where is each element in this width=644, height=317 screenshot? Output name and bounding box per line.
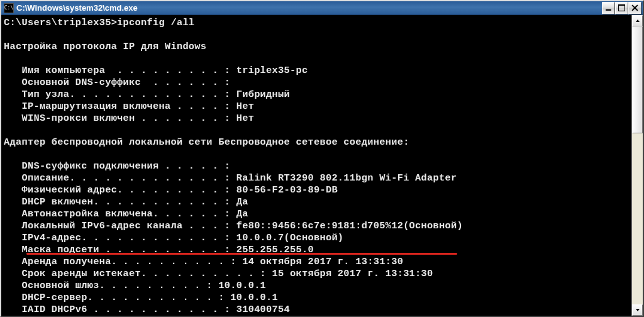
terminal-line: Срок аренды истекает. . . . . . . . . . … — [4, 268, 631, 280]
svg-rect-2 — [618, 4, 625, 6]
svg-rect-0 — [606, 9, 611, 11]
terminal-line: DHCP включен. . . . . . . . . . . : Да — [4, 196, 631, 208]
terminal-line: Настройка протокола IP для Windows — [4, 41, 631, 53]
terminal-line: DHCP-сервер. . . . . . . . . . . : 10.0.… — [4, 292, 631, 304]
window-title: C:\Windows\system32\cmd.exe — [16, 3, 602, 13]
terminal-line: Имя компьютера . . . . . . . . . : tripl… — [4, 65, 631, 77]
terminal-output[interactable]: C:\Users\triplex35>ipconfig /all Настрой… — [1, 15, 631, 316]
terminal-line: Основной DNS-суффикс . . . . . . : — [4, 77, 631, 89]
terminal-line: Локальный IPv6-адрес канала . . . : fe80… — [4, 220, 631, 232]
terminal-line: Физический адрес. . . . . . . . . : 80-5… — [4, 184, 631, 196]
terminal-line: C:\Users\triplex35>ipconfig /all — [4, 17, 631, 29]
minimize-button[interactable] — [602, 2, 615, 14]
terminal-area: C:\Users\triplex35>ipconfig /all Настрой… — [1, 15, 643, 316]
scroll-down-button[interactable] — [632, 304, 643, 316]
terminal-line — [4, 53, 631, 65]
close-button[interactable] — [628, 2, 641, 14]
chevron-down-icon — [635, 308, 640, 313]
vertical-scrollbar — [631, 15, 643, 316]
terminal-line: Тип узла. . . . . . . . . . . . . : Гибр… — [4, 89, 631, 101]
terminal-line: IP-маршрутизация включена . . . . : Нет — [4, 101, 631, 113]
terminal-line — [4, 148, 631, 160]
maximize-button[interactable] — [615, 2, 628, 14]
scroll-up-button[interactable] — [632, 15, 643, 26]
terminal-line — [4, 29, 631, 41]
terminal-line: Описание. . . . . . . . . . . . . : Rali… — [4, 172, 631, 184]
terminal-line: IPv4-адрес. . . . . . . . . . . . : 10.0… — [4, 232, 631, 244]
terminal-line — [4, 125, 631, 136]
scrollbar-thumb[interactable] — [632, 26, 643, 133]
app-icon: C:\ — [4, 3, 14, 13]
titlebar: C:\ C:\Windows\system32\cmd.exe — [1, 1, 643, 15]
cmd-window: C:\ C:\Windows\system32\cmd.exe C:\Users… — [0, 0, 644, 317]
minimize-icon — [605, 4, 612, 11]
terminal-line: Аренда получена. . . . . . . . . . : 14 … — [4, 256, 631, 268]
window-controls — [602, 2, 641, 14]
maximize-icon — [618, 4, 625, 11]
terminal-line: Автонастройка включена. . . . . . : Да — [4, 208, 631, 220]
terminal-line: DNS-суффикс подключения . . . . . : — [4, 160, 631, 172]
terminal-line: WINS-прокси включен . . . . . . . : Нет — [4, 113, 631, 125]
chevron-up-icon — [635, 18, 640, 23]
terminal-line: Основной шлюз. . . . . . . . . : 10.0.0.… — [4, 280, 631, 292]
terminal-line: Адаптер беспроводной локальной сети Бесп… — [4, 136, 631, 148]
scrollbar-track[interactable] — [632, 26, 643, 304]
terminal-line: IAID DHCPv6 . . . . . . . . . . . : 3104… — [4, 304, 631, 316]
close-icon — [631, 4, 638, 11]
highlight-underline — [26, 253, 457, 255]
